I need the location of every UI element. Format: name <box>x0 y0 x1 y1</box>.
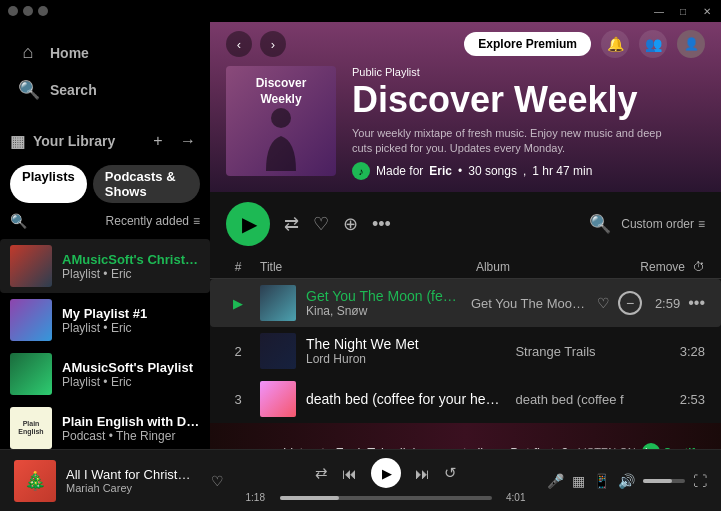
back-button[interactable]: ‹ <box>226 31 252 57</box>
hero-top-right: Explore Premium 🔔 👥 👤 <box>464 30 705 58</box>
forward-button[interactable]: › <box>260 31 286 57</box>
volume-bar[interactable] <box>643 479 685 483</box>
search-nav-icon: 🔍 <box>18 79 38 101</box>
next-button[interactable]: ⏭ <box>415 465 430 482</box>
track-right-3: 2:53 <box>675 392 705 407</box>
library-list: AMusicSoft's Christmas... Playlist • Eri… <box>0 239 210 449</box>
duration-separator: , <box>523 164 526 178</box>
more-options-button[interactable]: ••• <box>372 214 391 235</box>
sidebar-library: ▦ Your Library + → Playlists Podcasts & … <box>0 115 210 239</box>
library-item-info-amusoft: AMusicSoft's Playlist Playlist • Eric <box>62 360 200 389</box>
title-bar-dots <box>8 6 48 16</box>
track-duration-1: 2:59 <box>650 296 680 311</box>
friends-icon[interactable]: 👥 <box>639 30 667 58</box>
library-tabs: Playlists Podcasts & Shows <box>10 159 200 209</box>
minimize-button[interactable]: — <box>653 5 665 17</box>
duration-label: 1 hr 47 min <box>532 164 592 178</box>
filter-sort-icon: ≡ <box>193 214 200 228</box>
track-list: ▶ Get You The Moon (feat. Snøw) Kina, Sn… <box>210 279 721 449</box>
track-heart-1[interactable]: ♡ <box>597 295 610 311</box>
sidebar-item-search[interactable]: 🔍 Search <box>8 71 202 109</box>
library-item-sub-plain: Podcast • The Ringer <box>62 429 200 443</box>
shuffle-player-button[interactable]: ⇄ <box>315 464 328 482</box>
list-icon: ≡ <box>698 217 705 231</box>
remove-icon-symbol: − <box>626 295 634 311</box>
hero-info: Public Playlist Discover Weekly Your wee… <box>352 66 705 180</box>
library-item-sub-christmas: Playlist • Eric <box>62 267 200 281</box>
lyrics-button[interactable]: 🎤 <box>547 473 564 489</box>
now-playing-thumb: 🎄 <box>14 460 56 502</box>
library-title-label: Your Library <box>33 133 115 149</box>
tracklist-search-icon[interactable]: 🔍 <box>589 213 611 235</box>
library-header: ▦ Your Library + → <box>10 123 200 159</box>
now-playing-heart[interactable]: ♡ <box>211 473 224 489</box>
library-item-thumb-playlist1 <box>10 299 52 341</box>
library-item-amusoft[interactable]: AMusicSoft's Playlist Playlist • Eric <box>0 347 210 401</box>
library-item-playlist1[interactable]: My Playlist #1 Playlist • Eric <box>0 293 210 347</box>
tab-playlists[interactable]: Playlists <box>10 165 87 203</box>
tab-podcasts[interactable]: Podcasts & Shows <box>93 165 200 203</box>
volume-icon[interactable]: 🔊 <box>618 473 635 489</box>
track-thumb-1 <box>260 285 296 321</box>
notifications-icon[interactable]: 🔔 <box>601 30 629 58</box>
bullet-separator: • <box>458 164 462 178</box>
controls-bar: ▶ ⇄ ♡ ⊕ ••• 🔍 Custom order ≡ <box>210 192 721 256</box>
play-icon: ▶ <box>242 212 257 236</box>
banner-text3: now! <box>621 445 648 449</box>
library-add-button[interactable]: + <box>146 129 170 153</box>
track-row-2[interactable]: 2 The Night We Met Lord Huron Strange Tr… <box>210 327 721 375</box>
sidebar-search-label: Search <box>50 82 97 98</box>
filter-label[interactable]: Recently added ≡ <box>106 214 200 228</box>
play-button[interactable]: ▶ <box>226 202 270 246</box>
explore-premium-button[interactable]: Explore Premium <box>464 32 591 56</box>
sidebar-item-home[interactable]: ⌂ Home <box>8 34 202 71</box>
track-album-1: Get You The Moon... <box>471 296 587 311</box>
track-duration-2: 3:28 <box>675 344 705 359</box>
sidebar-home-label: Home <box>50 45 89 61</box>
library-item-name-plain: Plain English with Derek... <box>62 414 200 429</box>
fullscreen-button[interactable]: ⛶ <box>693 473 707 489</box>
queue-button[interactable]: ▦ <box>572 473 585 489</box>
track-right-2: 3:28 <box>675 344 705 359</box>
header-time-icon: ⏱ <box>693 260 705 274</box>
track-row-1[interactable]: ▶ Get You The Moon (feat. Snøw) Kina, Sn… <box>210 279 721 327</box>
library-actions: + → <box>146 129 200 153</box>
track-thumb-3 <box>260 381 296 417</box>
volume-fill <box>643 479 672 483</box>
player-center: ⇄ ⏮ ▶ ⏭ ↺ 1:18 4:01 <box>224 458 547 503</box>
track-album-3: death bed (coffee f <box>515 392 665 407</box>
track-row-3[interactable]: 3 death bed (coffee for your head) death… <box>210 375 721 423</box>
library-arrow-button[interactable]: → <box>176 129 200 153</box>
track-play-icon-1: ▶ <box>233 296 243 311</box>
main-layout: ⌂ Home 🔍 Search ▦ Your Library + → Pl <box>0 22 721 449</box>
sidebar-nav: ⌂ Home 🔍 Search <box>0 22 210 115</box>
heart-button[interactable]: ♡ <box>313 213 329 235</box>
banner-text1: Listen to Zack Tabudie's newest album <box>283 445 506 449</box>
close-button[interactable]: ✕ <box>701 5 713 17</box>
custom-order-button[interactable]: Custom order ≡ <box>621 217 705 231</box>
devices-button[interactable]: 📱 <box>593 473 610 489</box>
maximize-button[interactable]: □ <box>677 5 689 17</box>
progress-bar[interactable] <box>280 496 492 500</box>
prev-button[interactable]: ⏮ <box>342 465 357 482</box>
remove-label: Remove <box>640 260 685 274</box>
library-item-christmas[interactable]: AMusicSoft's Christmas... Playlist • Eri… <box>0 239 210 293</box>
song-count: 30 songs <box>468 164 517 178</box>
track-info-3: death bed (coffee for your head) <box>306 391 505 407</box>
banner-text: Listen to Zack Tabudie's newest album Bu… <box>283 445 648 449</box>
track-num-3: 3 <box>226 392 250 407</box>
filter-search-icon[interactable]: 🔍 <box>10 213 27 229</box>
library-title: ▦ Your Library <box>10 132 140 151</box>
library-item-info-christmas: AMusicSoft's Christmas... Playlist • Eri… <box>62 252 200 281</box>
user-avatar[interactable]: 👤 <box>677 30 705 58</box>
repeat-button[interactable]: ↺ <box>444 464 457 482</box>
download-button[interactable]: ⊕ <box>343 213 358 235</box>
track-more-1[interactable]: ••• <box>688 294 705 312</box>
now-playing-artist: Mariah Carey <box>66 482 201 494</box>
remove-button-1[interactable]: − <box>618 291 642 315</box>
library-item-plain[interactable]: PlainEnglish Plain English with Derek...… <box>0 401 210 449</box>
track-thumb-2 <box>260 333 296 369</box>
player-play-button[interactable]: ▶ <box>371 458 401 488</box>
shuffle-button[interactable]: ⇄ <box>284 213 299 235</box>
header-right: Remove ⏱ <box>640 260 705 274</box>
